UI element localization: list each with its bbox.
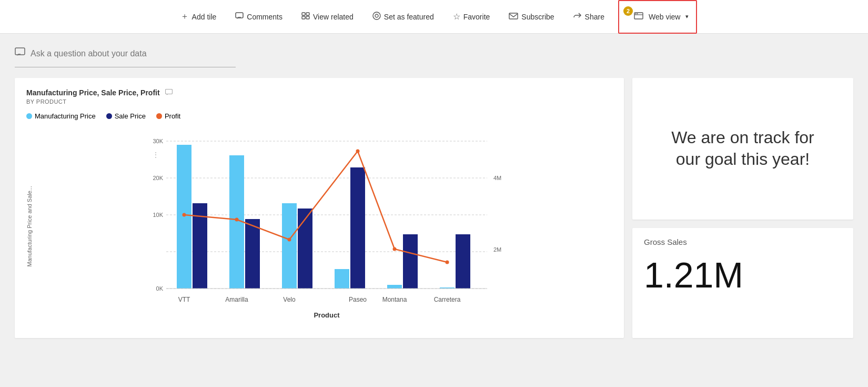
bar-velo-mfg <box>282 203 297 289</box>
svg-rect-3 <box>302 16 305 19</box>
svg-text:4M: 4M <box>493 175 501 181</box>
featured-icon <box>372 12 381 22</box>
set-as-featured-button[interactable]: Set as featured <box>363 0 443 34</box>
envelope-icon <box>509 12 518 22</box>
view-related-button[interactable]: View related <box>292 0 363 34</box>
svg-text:30K: 30K <box>153 138 163 144</box>
svg-text:⋮: ⋮ <box>153 151 159 158</box>
toolbar: ＋ Add tile Comments View related Set as … <box>0 0 868 34</box>
profit-point-vtt <box>183 213 186 217</box>
favorite-button[interactable]: ☆ Favorite <box>443 0 500 34</box>
chart-svg-wrapper: 30K 20K 10K 0K ⋮ 4M 2M <box>36 125 612 328</box>
svg-point-6 <box>375 14 378 17</box>
plus-icon: ＋ <box>180 11 189 22</box>
chart-comment-icon[interactable] <box>165 88 173 97</box>
bar-amarilla-sale <box>245 219 260 289</box>
web-view-badge: 2 <box>623 6 633 16</box>
profit-point-velo <box>288 238 291 242</box>
svg-text:10K: 10K <box>153 212 163 218</box>
chart-title: Manufacturing Price, Sale Price, Profit <box>26 88 173 97</box>
svg-text:2M: 2M <box>493 246 501 253</box>
goal-text: We are on track for our goal this year! <box>671 127 814 171</box>
add-tile-button[interactable]: ＋ Add tile <box>171 0 226 34</box>
qa-icon <box>15 47 25 59</box>
svg-rect-12 <box>15 48 25 55</box>
legend-dot-profit <box>156 113 162 119</box>
svg-text:Montana: Montana <box>382 296 407 303</box>
share-button[interactable]: Share <box>564 0 614 34</box>
gross-sales-label: Gross Sales <box>644 237 842 246</box>
gross-sales-value: 1.21M <box>644 257 842 293</box>
svg-text:Product: Product <box>314 311 340 319</box>
chart-card: Manufacturing Price, Sale Price, Profit … <box>15 78 624 338</box>
main-content: Manufacturing Price, Sale Price, Profit … <box>0 34 868 348</box>
svg-point-11 <box>637 13 638 14</box>
chart-legend: Manufacturing Price Sale Price Profit <box>26 112 612 120</box>
chevron-down-icon: ▾ <box>685 13 689 20</box>
legend-profit: Profit <box>156 112 180 120</box>
profit-point-paseo <box>356 150 360 153</box>
svg-point-5 <box>373 12 380 19</box>
legend-dot-sale <box>106 113 112 119</box>
svg-rect-4 <box>306 16 309 19</box>
svg-text:Paseo: Paseo <box>349 296 367 303</box>
dashboard-grid: Manufacturing Price, Sale Price, Profit … <box>15 78 853 338</box>
y-axis-label: Manufacturing Price and Sale... <box>26 186 33 266</box>
qa-input[interactable] <box>31 49 220 58</box>
comments-button[interactable]: Comments <box>226 0 292 34</box>
comments-icon <box>235 12 244 22</box>
qa-bar <box>15 43 236 67</box>
svg-text:Amarilla: Amarilla <box>225 296 248 303</box>
svg-point-10 <box>635 13 636 14</box>
svg-text:Carretera: Carretera <box>434 296 461 303</box>
svg-rect-7 <box>509 13 518 19</box>
legend-dot-mfg <box>26 113 32 119</box>
svg-rect-13 <box>165 90 172 94</box>
legend-sale-price: Sale Price <box>106 112 146 120</box>
gross-sales-card: Gross Sales 1.21M <box>632 228 853 339</box>
bar-velo-sale <box>298 209 312 289</box>
legend-mfg-price: Manufacturing Price <box>26 112 96 120</box>
star-icon: ☆ <box>453 12 460 22</box>
web-view-icon <box>634 12 643 22</box>
bar-paseo-mfg <box>335 269 349 289</box>
chart-subtitle: BY PRODUCT <box>26 98 173 105</box>
svg-text:VTT: VTT <box>178 296 190 303</box>
svg-text:Velo: Velo <box>283 296 296 303</box>
svg-text:0K: 0K <box>156 285 164 292</box>
bar-montana-sale <box>403 234 418 289</box>
profit-point-carretera <box>446 261 449 264</box>
view-related-icon <box>301 12 310 22</box>
chart-area: Manufacturing Price and Sale... 30K 20K … <box>26 125 612 328</box>
share-icon <box>573 12 582 22</box>
subscribe-button[interactable]: Subscribe <box>499 0 563 34</box>
bar-paseo-sale <box>350 167 365 289</box>
profit-point-amarilla <box>235 218 239 222</box>
goal-card: We are on track for our goal this year! <box>632 78 853 220</box>
svg-text:20K: 20K <box>153 175 163 181</box>
bar-carretera-sale <box>456 234 470 289</box>
profit-point-montana <box>393 247 397 251</box>
svg-rect-1 <box>302 13 305 15</box>
bar-montana-mfg <box>387 285 402 289</box>
chart-svg: 30K 20K 10K 0K ⋮ 4M 2M <box>36 125 612 325</box>
svg-rect-2 <box>306 13 309 15</box>
web-view-button[interactable]: 2 Web view ▾ <box>618 0 697 34</box>
